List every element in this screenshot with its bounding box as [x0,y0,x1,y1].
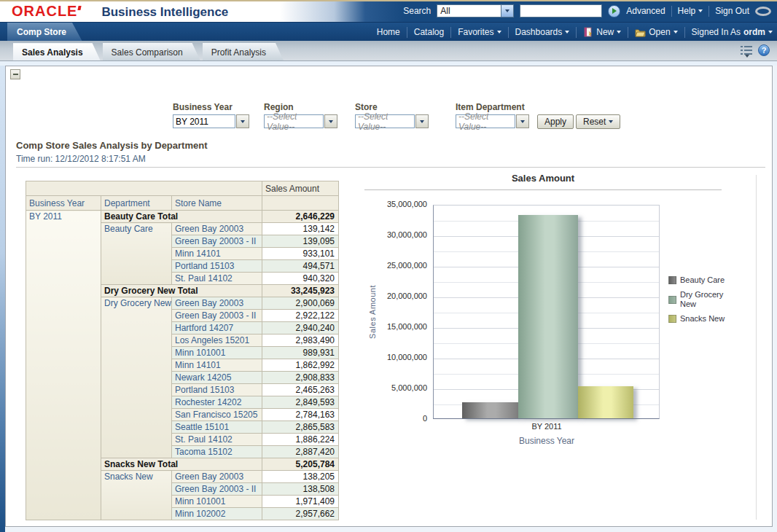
sales-amount-cell: 989,931 [262,347,339,359]
store-name-cell[interactable]: Minn 14101 [172,359,262,372]
filter-store-value[interactable]: --Select Value-- [355,114,415,128]
page-tabstrip: Sales AnalysisSales ComparisonProfit Ana… [0,41,777,61]
apply-label: Apply [544,117,566,127]
filter-region-combo[interactable]: --Select Value-- [264,114,337,128]
chart-title-rule [364,189,722,190]
sales-amount-cell: 940,320 [262,273,339,285]
store-name-cell[interactable]: Green Bay 20003 - II [172,310,262,322]
store-name-cell[interactable]: Rochester 14202 [172,396,262,409]
store-name-cell[interactable]: San Francisco 15205 [172,409,262,421]
bar-snacks-new[interactable] [578,386,633,418]
sign-out-link[interactable]: Sign Out [715,6,749,16]
department-cell[interactable]: Snacks New [101,471,172,520]
sales-amount-cell: 2,465,263 [262,384,339,396]
store-name-cell[interactable]: Seattle 15101 [172,421,262,434]
separator [576,27,577,38]
store-name-cell[interactable]: Green Bay 20003 [172,223,262,235]
nav-item-label: Catalog [414,27,444,37]
total-label-cell: Beauty Care Total [101,211,262,223]
nav-item-open[interactable]: Open [635,27,677,37]
store-name-cell[interactable]: Portland 15103 [172,384,262,396]
store-name-cell[interactable]: Hartford 14207 [172,322,262,335]
signed-in-as[interactable]: Signed In Asordm [692,27,773,37]
store-name-cell[interactable]: Tacoma 15102 [172,446,262,458]
help-menu[interactable]: Help [678,6,703,16]
filter-item-department-combo[interactable]: --Select Value-- [456,114,529,128]
nav-item-catalog[interactable]: Catalog [414,27,444,37]
nav-item-home[interactable]: Home [377,27,400,37]
separator [628,27,628,38]
nav-item-new[interactable]: New [583,27,621,37]
help-icon[interactable]: ? [758,44,770,56]
y-tick-label: 20,000,000 [354,292,427,300]
dashboard-tab-comp-store[interactable]: Comp Store [7,23,82,42]
signed-in-user: ordm [743,27,765,37]
search-scope-select[interactable]: All [437,4,514,17]
filter-store-combo[interactable]: --Select Value-- [355,114,429,128]
store-name-cell[interactable]: St. Paul 14102 [172,273,262,285]
business-year-cell[interactable]: BY 2011 [26,211,101,520]
separator [684,27,685,38]
search-go-button[interactable] [608,5,620,17]
filter-business-year-value[interactable]: BY 2011 [173,114,235,128]
legend-entry-snacks-new: Snacks New [668,314,725,324]
page-options-icon[interactable] [741,45,752,55]
filter-business-year-dropdown-icon[interactable] [236,114,249,128]
filter-item-department-value[interactable]: --Select Value-- [456,114,515,128]
store-name-cell[interactable]: Minn 101001 [172,347,262,359]
filter-store-dropdown-icon[interactable] [415,114,429,128]
store-name-cell[interactable]: Minn 101001 [172,496,262,508]
sales-amount-cell: 2,983,490 [262,335,339,347]
legend-entry-dry-grocery-new: Dry Grocery New [668,290,725,309]
reset-button[interactable]: Reset [576,114,620,129]
store-name-cell[interactable]: Minn 14101 [172,248,262,260]
search-label: Search [403,6,431,16]
brand-area: ORACLE Business Intelligence [12,3,228,20]
sales-amount-cell: 2,865,583 [262,421,339,434]
total-value-cell: 5,205,784 [262,458,339,471]
search-scope-dropdown-icon[interactable] [501,5,513,17]
store-name-cell[interactable]: Green Bay 20003 [172,297,262,310]
tab-sales-comparison[interactable]: Sales Comparison [103,43,200,60]
go-arrow-icon [612,8,617,14]
y-tick-label: 0 [354,414,427,423]
advanced-link[interactable]: Advanced [626,6,665,16]
collapse-section-button[interactable] [10,69,20,79]
apply-button[interactable]: Apply [537,114,574,129]
report-title: Comp Store Sales Analysis by Department [16,140,208,151]
store-name-cell[interactable]: Newark 14205 [172,372,262,384]
filter-label-business-year: Business Year [173,102,233,112]
filter-region-value[interactable]: --Select Value-- [264,114,324,128]
store-name-cell[interactable]: Green Bay 20003 - II [172,235,262,248]
bar-beauty-care[interactable] [462,402,518,418]
legend-label: Snacks New [680,314,725,324]
nav-item-favorites[interactable]: Favorites [458,27,501,37]
department-cell[interactable]: Dry Grocery New [101,297,172,458]
store-name-cell[interactable]: Minn 102002 [172,508,262,520]
global-nav: HomeCatalogFavoritesDashboardsNewOpenSig… [377,23,773,42]
filter-business-year-combo[interactable]: BY 2011 [173,114,249,128]
tab-sales-analysis[interactable]: Sales Analysis [13,43,101,60]
chevron-down-icon [768,31,773,34]
oracle-logo: ORACLE [12,3,77,20]
store-name-cell[interactable]: Los Angeles 15201 [172,335,262,347]
sales-amount-cell: 933,101 [262,248,339,260]
store-name-cell[interactable]: Portland 15103 [172,260,262,273]
nav-item-dashboards[interactable]: Dashboards [515,27,570,37]
search-input[interactable] [520,4,602,17]
y-tick-label: 30,000,000 [354,230,427,239]
oracle-ring-icon [755,7,771,16]
filter-item-department-dropdown-icon[interactable] [516,114,529,128]
tab-profit-analysis[interactable]: Profit Analysis [203,43,284,60]
sales-amount-cell: 1,971,409 [262,496,339,508]
store-name-cell[interactable]: St. Paul 14102 [172,434,262,446]
store-name-cell[interactable]: Green Bay 20003 [172,471,262,483]
nav-item-label: Dashboards [515,27,563,37]
legend-swatch [668,296,676,304]
store-name-cell[interactable]: Green Bay 20003 - II [172,483,262,496]
bar-dry-grocery-new[interactable] [518,215,578,418]
department-cell[interactable]: Beauty Care [101,223,172,285]
total-label-cell: Snacks New Total [101,458,262,471]
filter-region-dropdown-icon[interactable] [324,114,337,128]
chevron-down-icon [673,31,678,34]
